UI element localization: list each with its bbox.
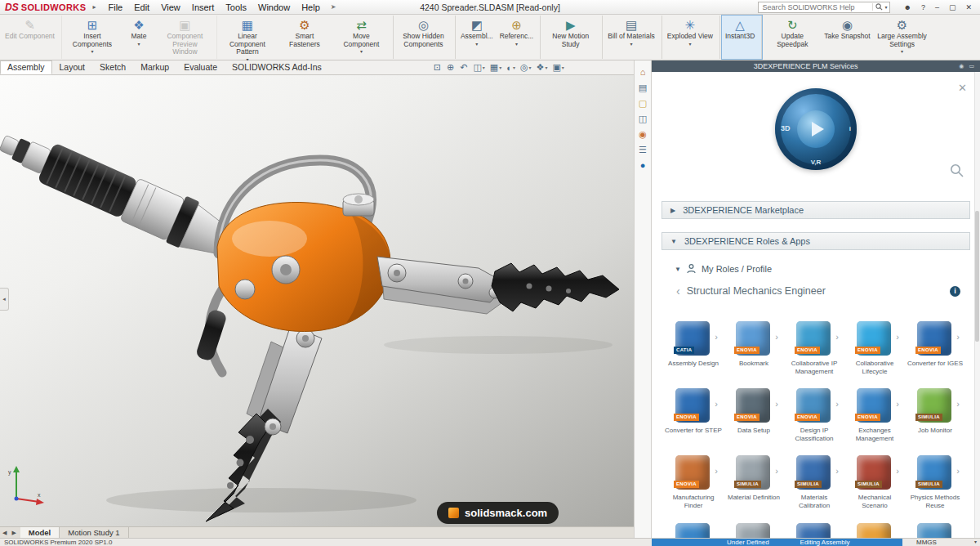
display-style-icon[interactable]: ◐ ▾ (506, 63, 515, 73)
ribbon-button-label: Component Preview Window (160, 33, 210, 56)
menu-item[interactable]: Edit (128, 2, 155, 12)
minimize-icon[interactable]: – (930, 3, 944, 11)
app-tile[interactable]: SIMULIA › Material Definition (724, 455, 784, 509)
custom-properties-icon[interactable]: ☰ (639, 145, 647, 154)
tab-model[interactable]: Model (20, 527, 60, 538)
design-library-icon[interactable]: ▤ (639, 83, 647, 92)
section-roles-apps[interactable]: ▼ 3DEXPERIENCE Roles & Apps (662, 232, 970, 250)
app-tile[interactable]: SIMULIA › Materials Calibration (784, 455, 844, 509)
ribbon-button-large-assembly-settings[interactable]: ⚙ Large Assembly Settings ▾ (874, 16, 931, 59)
app-tile[interactable]: ENOVIA › Manufacturing Finder (663, 455, 724, 509)
appearances-icon[interactable]: ◉ (639, 129, 647, 139)
tab-sketch[interactable]: Sketch (92, 60, 133, 74)
search-button[interactable]: ▾ (872, 3, 889, 11)
ribbon-button-insert-components[interactable]: ⊞ Insert Components ▾ (64, 16, 121, 59)
zoom-area-icon[interactable]: ⊕ (447, 62, 455, 73)
close-icon[interactable]: ✕ (960, 3, 977, 11)
view-orientation-icon[interactable]: ▦ ▾ (490, 62, 501, 73)
view-palette-icon[interactable]: ◫ (639, 114, 647, 123)
app-tile[interactable]: ENOVIA › Design IP Classification (784, 388, 844, 442)
ribbon-button-linear-component-pattern[interactable]: ▦ Linear Component Pattern ▾ (219, 16, 276, 59)
ribbon-button-exploded-view[interactable]: ✳ Exploded View ▾ (664, 16, 720, 59)
app-tile[interactable] (663, 523, 724, 538)
info-icon[interactable]: i (950, 286, 960, 297)
ribbon-button-new-motion-study[interactable]: ▶ New Motion Study (542, 16, 603, 59)
file-explorer-icon[interactable]: ▢ (639, 98, 647, 108)
ribbon-button-move-component[interactable]: ⇄ Move Component ▾ (333, 16, 394, 59)
ribbon-button-component-preview-window[interactable]: ▣ Component Preview Window (157, 16, 217, 59)
app-tile[interactable]: ENOVIA › Converter for STEP (663, 388, 724, 442)
ribbon-button-instant3d[interactable]: △ Instant3D (722, 16, 762, 59)
menu-item[interactable]: Insert (186, 2, 220, 12)
tab-scroll-right-icon[interactable]: ▶ (9, 527, 18, 538)
my-roles-profile-row[interactable]: ▼ My Roles / Profile (675, 262, 980, 275)
app-tile[interactable] (784, 523, 844, 538)
app-tile[interactable]: ENOVIA › Collaborative IP Management (784, 321, 844, 375)
search-input[interactable] (759, 3, 872, 11)
app-tile[interactable]: ENOVIA › Collaborative Lifecycle (844, 321, 905, 375)
3dexperience-compass[interactable]: 3D i V,R (775, 88, 857, 170)
role-selector-row[interactable]: ‹ Structural Mechanics Engineer i (676, 284, 960, 298)
toolbar-icon-glyph: ◫ (473, 62, 481, 73)
app-tile[interactable]: CATIA › Assembly Design (663, 321, 724, 375)
tab-solidworks-add-ins[interactable]: SOLIDWORKS Add-Ins (225, 60, 329, 74)
zoom-fit-icon[interactable]: ⊡ (434, 62, 442, 73)
compass-vr-label: V,R (811, 159, 822, 166)
help-search-box[interactable]: ▾ (758, 2, 890, 13)
app-tile[interactable]: SIMULIA › Job Monitor (905, 388, 965, 442)
section-marketplace[interactable]: ▶ 3DEXPERIENCE Marketplace (662, 201, 970, 219)
apply-scene-icon[interactable]: ▣ ▾ (552, 62, 564, 73)
3dexperience-marketplace-icon[interactable]: ● (640, 160, 646, 170)
menu-item[interactable]: Tools (220, 2, 252, 12)
ribbon-button-update-speedpak[interactable]: ↻ Update Speedpak (764, 16, 821, 59)
app-tile[interactable] (905, 523, 965, 538)
ribbon-button-mate[interactable]: ❖ Mate ▾ (121, 16, 157, 59)
tab-evaluate[interactable]: Evaluate (176, 60, 225, 74)
units-selector[interactable]: MMGS (916, 539, 937, 546)
menu-item[interactable]: File (102, 2, 128, 12)
search-icon[interactable] (950, 163, 964, 177)
statusbar-caret-icon[interactable]: ▾ (974, 539, 977, 546)
scrollbar-thumb[interactable] (975, 211, 979, 342)
app-tile[interactable]: SIMULIA › Physics Methods Reuse (905, 455, 965, 509)
app-tile[interactable] (844, 523, 905, 538)
panel-options-icon[interactable]: ◉ (956, 63, 966, 69)
solidworks-resources-icon[interactable]: ⌂ (640, 67, 646, 77)
help-icon[interactable]: ? (916, 3, 930, 11)
ribbon-button-take-snapshot[interactable]: ◉ Take Snapshot (821, 16, 873, 59)
app-tile[interactable]: ENOVIA › Converter for IGES (905, 321, 965, 375)
feature-manager-collapse-tab[interactable]: ◂ (0, 288, 9, 311)
panel-pin-icon[interactable]: ▭ (966, 63, 977, 69)
toolbar-expand-icon[interactable]: ▸ (86, 3, 102, 11)
edit-appearance-icon[interactable]: ❖ ▾ (537, 62, 548, 73)
tab-motion-study-1[interactable]: Motion Study 1 (60, 527, 128, 538)
app-tile[interactable]: ENOVIA › Exchanges Management (844, 388, 905, 442)
app-tile[interactable] (724, 523, 784, 538)
ribbon-button-bill-of-materials[interactable]: ▤ Bill of Materials ▾ (604, 16, 662, 59)
panel-scrollbar[interactable] (974, 72, 980, 538)
ribbon-button-smart-fasteners[interactable]: ⚙ Smart Fasteners (276, 16, 333, 59)
maximize-icon[interactable]: ▢ (944, 3, 961, 11)
previous-view-icon[interactable]: ↶ (460, 62, 468, 73)
menu-item[interactable]: Window (252, 2, 296, 12)
ribbon-button-assembly-features[interactable]: ◩ Assembl... ▾ (457, 16, 497, 59)
graphics-viewport[interactable]: ◂ y x solidsmack.com (0, 75, 634, 526)
app-tile[interactable]: ENOVIA › Data Setup (724, 388, 784, 442)
close-icon[interactable]: ✕ (958, 82, 967, 94)
tab-markup[interactable]: Markup (133, 60, 176, 74)
account-icon[interactable]: ☻ (898, 3, 915, 11)
tab-layout[interactable]: Layout (52, 60, 93, 74)
section-view-icon[interactable]: ◫ ▾ (473, 62, 484, 73)
ribbon-button-show-hidden-components[interactable]: ◎ Show Hidden Components (395, 16, 456, 59)
ribbon-button-reference-geometry[interactable]: ⊕ Referenc... ▾ (497, 16, 541, 59)
chevron-down-icon: ▾ (884, 4, 887, 10)
app-tile[interactable]: ENOVIA › Bookmark (724, 321, 784, 375)
menu-item[interactable]: View (155, 2, 186, 12)
ribbon-button-edit-component[interactable]: ✎ Edit Component (2, 16, 62, 59)
tab-scroll-left-icon[interactable]: ◀ (0, 527, 9, 538)
menu-pin-icon[interactable]: ➤ (326, 3, 341, 11)
app-tile[interactable]: SIMULIA › Mechanical Scenario (844, 455, 905, 509)
menu-item[interactable]: Help (296, 2, 326, 12)
tab-assembly[interactable]: Assembly (0, 60, 52, 74)
hide-show-items-icon[interactable]: ◎ ▾ (520, 62, 532, 73)
